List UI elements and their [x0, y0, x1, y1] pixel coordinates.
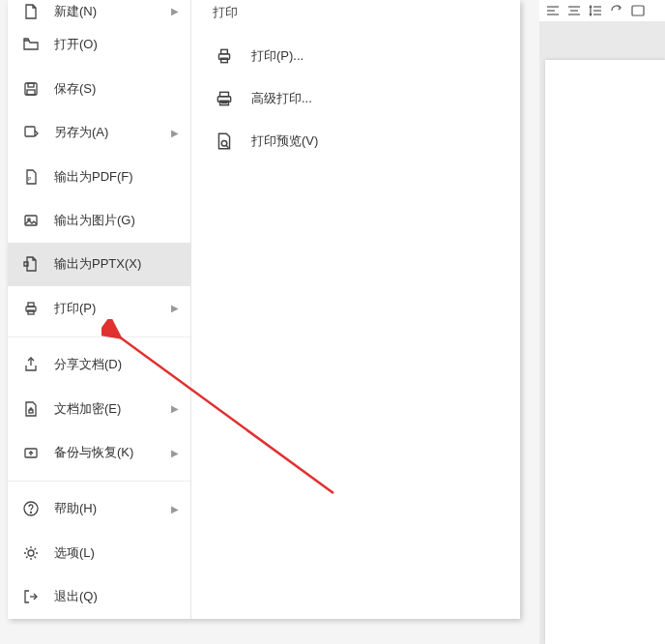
svg-rect-10 [632, 6, 644, 15]
export-image-icon [21, 211, 41, 230]
svg-text:P: P [28, 176, 32, 182]
gear-icon [21, 543, 41, 563]
file-menu-left: 新建(N) ▶ 打开(O) 保存(S) 另存为(A) ▶ P [8, 0, 191, 619]
menu-label: 打开(O) [54, 36, 179, 53]
submenu-item-print-preview[interactable]: 打印预览(V) [207, 120, 505, 162]
menu-item-save[interactable]: 保存(S) [8, 67, 190, 110]
submenu-item-print[interactable]: 打印(P)... [207, 35, 505, 77]
chevron-right-icon: ▶ [171, 403, 179, 414]
menu-item-export-pptx[interactable]: 输出为PPTX(X) [8, 243, 190, 286]
menu-label: 帮助(H) [54, 500, 167, 517]
menu-item-options[interactable]: 选项(L) [8, 531, 190, 574]
chevron-right-icon: ▶ [171, 6, 179, 16]
svg-point-33 [221, 140, 227, 146]
menu-label: 新建(N) [54, 3, 167, 20]
svg-rect-30 [220, 92, 229, 96]
submenu-item-advanced-print[interactable]: 高级打印... [207, 77, 505, 120]
align-left-icon[interactable] [545, 3, 561, 18]
submenu-title: 打印 [207, 0, 505, 35]
save-as-icon [21, 123, 41, 142]
menu-label: 打印(P) [54, 300, 167, 317]
svg-rect-28 [221, 58, 228, 62]
submenu-label: 高级打印... [251, 90, 312, 107]
menu-item-export-image[interactable]: 输出为图片(G) [8, 198, 190, 242]
advanced-print-icon [215, 89, 234, 108]
menu-label: 分享文档(D) [54, 356, 179, 373]
export-pptx-icon [21, 254, 41, 274]
menu-separator [8, 337, 190, 337]
folder-open-icon [21, 35, 41, 54]
menu-label: 另存为(A) [54, 124, 167, 141]
svg-rect-20 [28, 310, 34, 314]
svg-rect-19 [28, 303, 34, 307]
menu-label: 输出为图片(G) [54, 212, 179, 229]
menu-item-help[interactable]: 帮助(H) ▶ [8, 487, 190, 531]
menu-item-share[interactable]: 分享文档(D) [8, 343, 190, 387]
svg-point-25 [28, 550, 34, 556]
svg-rect-12 [28, 83, 34, 87]
chevron-right-icon: ▶ [171, 448, 179, 458]
svg-rect-21 [29, 410, 33, 413]
chevron-right-icon: ▶ [171, 504, 179, 514]
line-spacing-icon[interactable] [588, 3, 603, 18]
new-file-icon [21, 2, 41, 21]
menu-item-new[interactable]: 新建(N) ▶ [8, 0, 190, 23]
menu-item-open[interactable]: 打开(O) [8, 23, 190, 67]
submenu-label: 打印(P)... [251, 47, 304, 65]
menu-item-exit[interactable]: 退出(Q) [8, 575, 190, 619]
align-center-icon[interactable] [566, 3, 582, 18]
menu-item-backup[interactable]: 备份与恢复(K) ▶ [8, 430, 190, 474]
backup-icon [21, 443, 41, 462]
svg-rect-14 [25, 127, 35, 136]
save-icon [21, 79, 41, 99]
exit-icon [21, 587, 41, 606]
print-submenu: 打印 打印(P)... 高级打印... 打印预览(V) [191, 0, 520, 619]
menu-label: 选项(L) [54, 544, 179, 562]
menu-label: 保存(S) [54, 80, 179, 98]
file-menu: 新建(N) ▶ 打开(O) 保存(S) 另存为(A) ▶ P [8, 0, 520, 619]
svg-line-34 [226, 145, 228, 147]
menu-label: 文档加密(E) [54, 400, 167, 418]
chevron-right-icon: ▶ [171, 303, 179, 313]
more-icon[interactable] [630, 3, 646, 18]
submenu-label: 打印预览(V) [251, 132, 318, 150]
redo-icon[interactable] [609, 3, 624, 18]
print-icon [21, 299, 41, 318]
document-page [545, 60, 665, 644]
menu-item-save-as[interactable]: 另存为(A) ▶ [8, 111, 190, 155]
menu-item-encrypt[interactable]: 文档加密(E) ▶ [8, 387, 190, 430]
menu-label: 退出(Q) [54, 588, 179, 605]
svg-rect-27 [221, 49, 228, 53]
chevron-right-icon: ▶ [171, 128, 179, 138]
menu-label: 输出为PPTX(X) [54, 255, 179, 273]
help-icon [21, 499, 41, 518]
print-preview-icon [215, 132, 234, 151]
document-background [539, 21, 665, 644]
print-icon [215, 46, 234, 66]
menu-separator [8, 481, 190, 482]
toolbar-strip [539, 0, 665, 21]
share-icon [21, 355, 41, 374]
export-pdf-icon: P [21, 167, 41, 187]
menu-item-export-pdf[interactable]: P 输出为PDF(F) [8, 155, 190, 198]
menu-label: 备份与恢复(K) [54, 444, 167, 461]
menu-label: 输出为PDF(F) [54, 168, 179, 186]
lock-icon [21, 399, 41, 419]
svg-rect-16 [25, 216, 37, 225]
svg-point-24 [31, 512, 32, 513]
menu-item-print[interactable]: 打印(P) ▶ [8, 286, 190, 330]
svg-rect-13 [27, 90, 35, 95]
